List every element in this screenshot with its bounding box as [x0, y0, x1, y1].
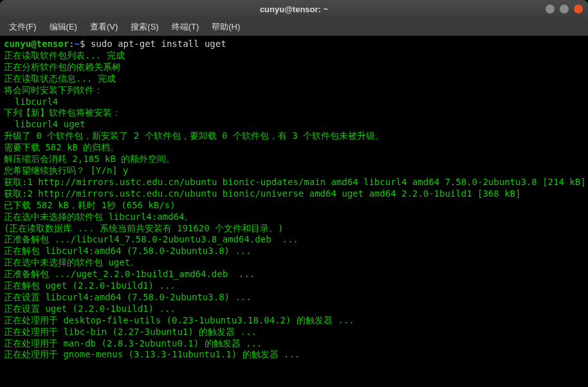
output-line: 正在读取状态信息... 完成	[4, 73, 584, 85]
output-line: 正在处理用于 libc-bin (2.27-3ubuntu1) 的触发器 ...	[4, 327, 584, 338]
command-text: sudo apt-get install uget	[91, 39, 226, 49]
prompt-line: cunyu@tensor:~$ sudo apt-get install uge…	[4, 39, 584, 50]
output-line: libcurl4 uget	[4, 119, 584, 130]
output-line: 正在选中未选择的软件包 uget。	[4, 257, 584, 269]
minimize-icon[interactable]	[546, 4, 555, 14]
output-line: 升级了 0 个软件包，新安装了 2 个软件包，要卸载 0 个软件包，有 3 个软…	[4, 130, 584, 142]
prompt-userhost: cunyu@tensor	[4, 39, 69, 49]
close-icon[interactable]	[574, 4, 583, 14]
window-controls	[546, 4, 583, 14]
output-line: 正在读取软件包列表... 完成	[4, 50, 584, 62]
output-line: 解压缩后会消耗 2,185 kB 的额外空间。	[4, 154, 584, 165]
output-line: 正在解包 libcurl4:amd64 (7.58.0-2ubuntu3.8) …	[4, 246, 584, 257]
maximize-icon[interactable]	[560, 4, 569, 14]
output-line: 正在设置 libcurl4:amd64 (7.58.0-2ubuntu3.8) …	[4, 292, 584, 303]
output-line: 正准备解包 .../uget_2.2.0-1build1_amd64.deb .…	[4, 269, 584, 280]
output-line: 正在选中未选择的软件包 libcurl4:amd64。	[4, 212, 584, 223]
menu-file[interactable]: 文件(F)	[4, 20, 42, 34]
output-line: 正在处理用于 man-db (2.8.3-2ubuntu0.1) 的触发器 ..…	[4, 338, 584, 350]
terminal-area[interactable]: cunyu@tensor:~$ sudo apt-get install uge…	[0, 36, 588, 387]
output-line: 正在设置 uget (2.2.0-1build1) ...	[4, 303, 584, 315]
prompt-path: ~	[75, 39, 80, 49]
menu-terminal[interactable]: 终端(T)	[167, 20, 205, 34]
output-line: 正在处理用于 gnome-menus (3.13.3-11ubuntu1.1) …	[4, 349, 584, 361]
menu-view[interactable]: 查看(V)	[85, 20, 123, 34]
output-line: 正在分析软件包的依赖关系树	[4, 62, 584, 73]
output-line: 已下载 582 kB，耗时 1秒 (656 kB/s)	[4, 200, 584, 212]
menu-edit[interactable]: 编辑(E)	[44, 20, 82, 34]
output-line: 获取:2 http://mirrors.ustc.edu.cn/ubuntu b…	[4, 188, 584, 200]
output-line: 将会同时安装下列软件：	[4, 85, 584, 96]
prompt-dollar: $	[80, 39, 91, 49]
output-line: (正在读取数据库 ... 系统当前共安装有 191620 个文件和目录。)	[4, 223, 584, 235]
output-line: 需要下载 582 kB 的归档。	[4, 142, 584, 154]
output-line: libcurl4	[4, 96, 584, 108]
output-line: 您希望继续执行吗？ [Y/n] y	[4, 165, 584, 177]
terminal-output: 正在读取软件包列表... 完成正在分析软件包的依赖关系树 正在读取状态信息...…	[4, 50, 584, 361]
output-line: 正在解包 uget (2.2.0-1build1) ...	[4, 280, 584, 292]
menu-search[interactable]: 搜索(S)	[125, 20, 163, 34]
output-line: 正在处理用于 desktop-file-utils (0.23-1ubuntu3…	[4, 315, 584, 327]
menubar: 文件(F) 编辑(E) 查看(V) 搜索(S) 终端(T) 帮助(H)	[0, 18, 588, 36]
titlebar: cunyu@tensor: ~	[0, 0, 588, 18]
prompt-sep: :	[69, 39, 74, 49]
output-line: 正准备解包 .../libcurl4_7.58.0-2ubuntu3.8_amd…	[4, 234, 584, 246]
output-line: 下列【新】软件包将被安装：	[4, 107, 584, 119]
output-line: 获取:1 http://mirrors.ustc.edu.cn/ubuntu b…	[4, 177, 584, 188]
menu-help[interactable]: 帮助(H)	[207, 20, 245, 34]
window-title: cunyu@tensor: ~	[260, 4, 328, 14]
